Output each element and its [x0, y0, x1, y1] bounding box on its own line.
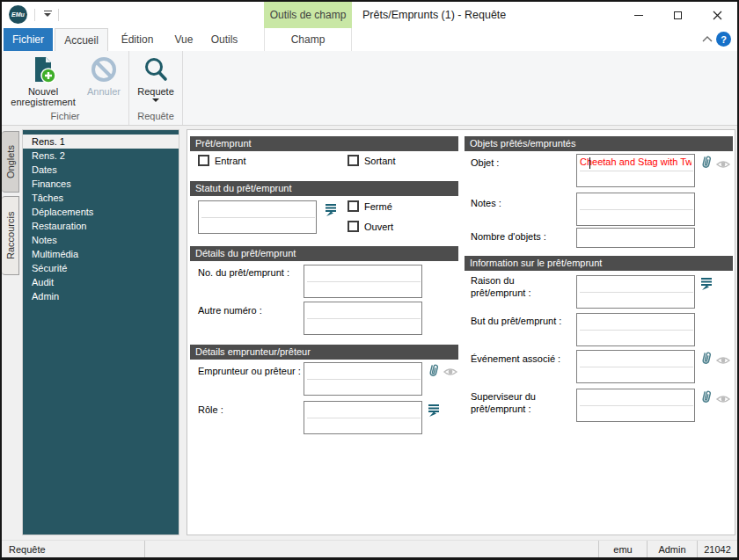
- minimize-button[interactable]: [618, 2, 658, 28]
- section-header: Statut du prêt/emprunt: [190, 181, 458, 196]
- sidebar-item-admin[interactable]: Admin: [23, 289, 179, 303]
- window-controls: [618, 2, 737, 28]
- dropdown-arrow-icon: [152, 98, 159, 102]
- checkbox-icon: [348, 200, 359, 212]
- visibility-icon[interactable]: [715, 156, 731, 172]
- field-label: Notes :: [471, 198, 501, 208]
- vertical-tab-onglets[interactable]: Onglets: [2, 131, 19, 193]
- field-label: But du prêt/emprunt :: [471, 316, 561, 326]
- sidebar-item-dates[interactable]: Dates: [23, 163, 179, 177]
- field-label: Rôle :: [198, 404, 223, 415]
- tab-list-sidebar: Rens. 1 Rens. 2 Dates Finances Tâches Dé…: [22, 129, 179, 535]
- tab-vue[interactable]: Vue: [165, 28, 202, 51]
- section-header: Détails emprunteur/prêteur: [190, 345, 458, 360]
- query-button[interactable]: Requete: [132, 52, 179, 110]
- field-label: No. du prêt/emprunt :: [198, 267, 289, 278]
- ribbon-tab-row: Fichier Accueil Édition Vue Outils Champ…: [2, 28, 737, 51]
- raison-input[interactable]: [576, 275, 695, 309]
- field-label: Autre numéro :: [198, 305, 262, 316]
- checkbox-ouvert[interactable]: Ouvert: [348, 221, 393, 232]
- new-record-button[interactable]: Nouvel enregistrement: [4, 52, 82, 110]
- objet-input[interactable]: Cheetah and Stag with Two: [576, 154, 695, 187]
- app-logo-icon[interactable]: EMu: [9, 5, 27, 24]
- emprunteur-input[interactable]: [304, 362, 422, 396]
- evenement-input[interactable]: [576, 350, 695, 383]
- attachment-icon[interactable]: [699, 389, 714, 404]
- sidebar-item-securite[interactable]: Sécurité: [23, 261, 179, 275]
- sidebar-item-multimedia[interactable]: Multimédia: [23, 247, 179, 261]
- window-title: Prêts/Emprunts (1) - Requête: [362, 2, 506, 28]
- tab-fichier[interactable]: Fichier: [4, 28, 53, 51]
- lookup-list-icon[interactable]: [426, 403, 442, 418]
- status-cell-server: emu: [598, 541, 647, 557]
- field-label: Nombre d'objets :: [471, 231, 546, 242]
- tab-outils[interactable]: Outils: [204, 28, 245, 51]
- checkbox-icon: [348, 221, 359, 232]
- attachment-icon[interactable]: [699, 154, 714, 170]
- close-icon: [713, 11, 722, 20]
- section-header: Détails du prêt/emprunt: [190, 246, 458, 261]
- sidebar-item-restauration[interactable]: Restauration: [23, 219, 179, 233]
- checkbox-icon: [348, 155, 359, 166]
- visibility-icon[interactable]: [443, 364, 458, 380]
- field-label: Raison du prêt/emprunt :: [471, 274, 541, 299]
- minimize-icon: [634, 15, 643, 16]
- maximize-button[interactable]: [658, 2, 698, 28]
- vertical-tab-raccourcis[interactable]: Raccourcis: [2, 196, 19, 275]
- checkbox-entrant[interactable]: Entrant: [198, 155, 245, 166]
- checkbox-ferme[interactable]: Fermé: [348, 200, 392, 212]
- checkbox-icon: [198, 155, 209, 166]
- field-label: Emprunteur ou prêteur :: [198, 366, 301, 376]
- ribbon-group-label: Fichier: [4, 111, 126, 125]
- sidebar-item-finances[interactable]: Finances: [23, 177, 179, 191]
- superviseur-input[interactable]: [576, 389, 695, 422]
- section-header: Information sur le prêt/emprunt: [465, 256, 733, 271]
- cancel-icon: [90, 55, 118, 84]
- sidebar-item-rens-1[interactable]: Rens. 1: [23, 135, 179, 149]
- collapse-ribbon-icon[interactable]: [702, 35, 713, 44]
- statut-listbox[interactable]: [198, 200, 317, 234]
- title-bar: EMu Outils de champ Prêts/Emprunts (1) -…: [2, 2, 737, 28]
- visibility-icon[interactable]: [715, 353, 731, 368]
- autre-numero-input[interactable]: [304, 302, 422, 335]
- notes-input[interactable]: [576, 193, 695, 226]
- sidebar-item-rens-2[interactable]: Rens. 2: [23, 149, 179, 163]
- visibility-icon[interactable]: [715, 391, 731, 407]
- ribbon-group-label: Requête: [132, 111, 179, 125]
- tab-champ[interactable]: Champ: [264, 28, 352, 51]
- titlebar-separator: [34, 9, 35, 21]
- no-pret-emprunt-input[interactable]: [304, 265, 422, 298]
- ribbon: Nouvel enregistrement Annuler Fichier: [2, 51, 737, 126]
- checkbox-sortant[interactable]: Sortant: [348, 155, 395, 166]
- sidebar-item-audit[interactable]: Audit: [23, 275, 179, 289]
- sidebar-item-taches[interactable]: Tâches: [23, 191, 179, 205]
- sidebar-splitter[interactable]: [179, 129, 187, 535]
- lookup-list-icon[interactable]: [699, 276, 714, 292]
- titlebar-separator: [58, 9, 59, 21]
- nombre-objets-input[interactable]: [576, 228, 695, 248]
- app-window: EMu Outils de champ Prêts/Emprunts (1) -…: [0, 0, 739, 560]
- attachment-icon[interactable]: [699, 350, 714, 366]
- quick-access-dropdown-icon[interactable]: [42, 10, 53, 20]
- main-area: Onglets Raccourcis Rens. 1 Rens. 2 Dates…: [2, 126, 737, 540]
- role-input[interactable]: [304, 401, 422, 434]
- search-icon: [142, 55, 170, 84]
- attachment-icon[interactable]: [426, 362, 442, 378]
- status-cell-user: Admin: [647, 541, 697, 557]
- cancel-button[interactable]: Annuler: [82, 52, 126, 110]
- lookup-list-icon[interactable]: [323, 202, 339, 218]
- status-cell-number: 21042: [697, 541, 737, 557]
- ribbon-group-fichier: Nouvel enregistrement Annuler Fichier: [2, 51, 129, 125]
- tab-edition[interactable]: Édition: [113, 28, 162, 51]
- new-record-icon: [29, 55, 57, 84]
- close-button[interactable]: [698, 2, 737, 28]
- help-button[interactable]: ?: [716, 32, 731, 47]
- sidebar-item-notes[interactable]: Notes: [23, 233, 179, 247]
- tab-accueil[interactable]: Accueil: [55, 28, 108, 51]
- but-input[interactable]: [576, 313, 695, 346]
- sidebar-item-deplacements[interactable]: Déplacements: [23, 205, 179, 219]
- text-caret: [589, 157, 590, 169]
- section-header: Prêt/emprunt: [190, 136, 458, 151]
- status-bar: Requête emu Admin 21042: [2, 540, 737, 557]
- ribbon-group-requete: Requete Requête: [129, 51, 183, 125]
